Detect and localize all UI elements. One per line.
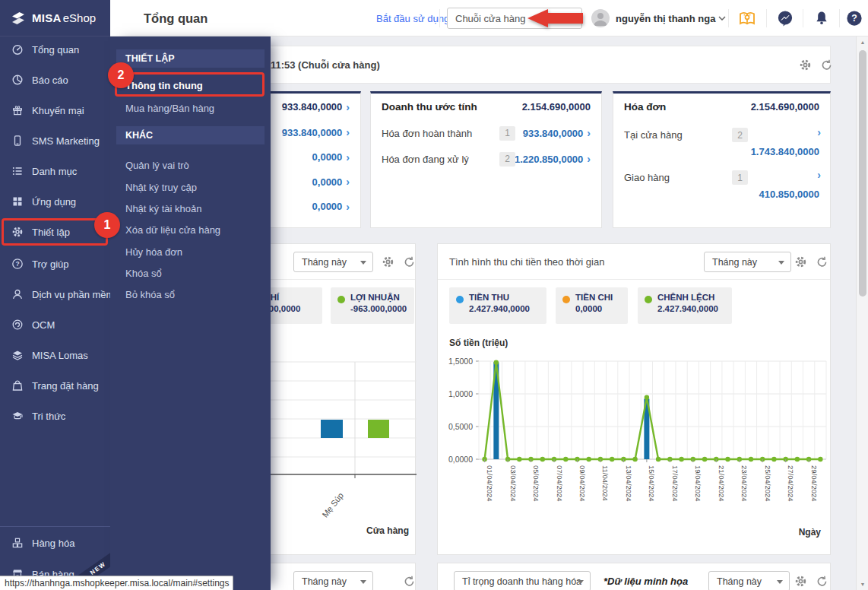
sidebar-item-label: Tổng quan <box>32 44 79 56</box>
brand-name: MISA <box>32 11 62 24</box>
bottom-right-period-dropdown[interactable]: Tháng này <box>708 571 790 590</box>
legend-chip-loi-nhuan[interactable]: LỢI NHUẬN -963.000,0000 <box>331 287 414 324</box>
card-row[interactable]: Hóa đơn đang xử lý 2 1.220.850,0000 <box>371 146 601 172</box>
panel-title: Tình hình thu chi tiền theo thời gian <box>449 252 604 272</box>
svg-text:0,0000: 0,0000 <box>448 455 473 464</box>
vertical-scrollbar[interactable] <box>856 36 868 590</box>
swirl-icon <box>11 319 24 331</box>
svg-text:01/04/2024: 01/04/2024 <box>486 465 494 502</box>
cash-flow-panel: Tình hình thu chi tiền theo thời gian Th… <box>437 243 831 555</box>
legend-chip-tien-thu[interactable]: TIỀN THU 2.427.940,0000 <box>449 287 546 324</box>
sidebar-item-hang-hoa[interactable]: Hàng hóa <box>0 528 110 558</box>
flyout-item-xoa-du-lieu-cua-hang[interactable]: Xóa dữ liệu cửa hàng <box>125 222 220 237</box>
store-panel-refresh-icon[interactable] <box>403 255 416 268</box>
page-title: Tổng quan <box>144 0 207 36</box>
list-icon <box>11 165 24 177</box>
count-badge: 1 <box>732 170 748 185</box>
settings-flyout-menu: THIẾT LẬP Thông tin chung Mua hàng/Bán h… <box>110 36 271 590</box>
flyout-item-nhat-ky-truy-cap[interactable]: Nhật ký truy cập <box>125 179 197 195</box>
flyout-item-quan-ly-vai-tro[interactable]: Quản lý vai trò <box>125 157 189 173</box>
flyout-item-nhat-ky-tai-khoan[interactable]: Nhật ký tài khoản <box>125 201 201 216</box>
sidebar-item-bao-cao[interactable]: Báo cáo <box>0 65 110 95</box>
user-menu-caret-icon[interactable] <box>718 16 726 21</box>
annotation-box-thiet-lap <box>2 218 108 246</box>
flyout-item-mua-hang-ban-hang[interactable]: Mua hàng/Bán hàng <box>125 100 214 116</box>
svg-text:1,0000: 1,0000 <box>448 389 473 398</box>
flyout-item-bo-khoa-so[interactable]: Bỏ khóa sổ <box>125 287 175 302</box>
legend-chip-tien-chi[interactable]: TIỀN CHI 0,0000 <box>556 287 628 324</box>
bell-icon <box>813 10 830 27</box>
legend-dot <box>456 296 464 303</box>
cubes-icon <box>11 537 24 549</box>
scroll-down-arrow-icon[interactable] <box>857 582 868 587</box>
cash-panel-period-dropdown[interactable]: Tháng này <box>704 252 791 272</box>
sidebar-item-ung-dung[interactable]: Ứng dụng <box>0 186 110 217</box>
help-button[interactable]: ? <box>841 0 868 36</box>
flyout-item-khoa-so[interactable]: Khóa sổ <box>125 265 162 281</box>
sidebar-item-tri-thuc[interactable]: Tri thức <box>0 401 110 431</box>
card-row[interactable]: Tại cửa hàng 2 1.743.840,0000 <box>613 120 830 163</box>
bottom-right-refresh-icon[interactable] <box>816 575 828 588</box>
store-bar-1 <box>321 420 343 438</box>
bottom-left-period-dropdown[interactable]: Tháng này <box>293 571 373 590</box>
dashboard-refresh-icon[interactable] <box>820 59 833 71</box>
svg-text:27/04/2024: 27/04/2024 <box>787 465 795 502</box>
topbar-divider <box>439 9 440 27</box>
row-value: 410.850,0000 <box>759 189 819 200</box>
sidebar-item-label: OCM <box>32 319 55 331</box>
store-bar-2 <box>368 420 389 438</box>
sidebar-item-dich-vu-phan-mem[interactable]: Dịch vụ phần mềm <box>0 279 110 309</box>
card-total: 2.154.690,0000 <box>751 101 819 113</box>
card-row[interactable]: Giao hàng 1 410.850,0000 <box>613 163 830 205</box>
chevron-right-icon <box>346 176 350 188</box>
sidebar-item-label: Trang đặt hàng <box>32 380 99 392</box>
sidebar-item-tong-quan[interactable]: Tổng quan <box>0 34 110 65</box>
legend-chip-chenh-lech[interactable]: CHÊNH LỆCH 2.427.940,0000 <box>638 287 732 324</box>
flyout-section-header: THIẾT LẬP <box>116 49 265 68</box>
svg-text:15/04/2024: 15/04/2024 <box>648 465 656 502</box>
sidebar-item-danh-muc[interactable]: Danh mục <box>0 156 110 186</box>
sidebar-item-khuyen-mai[interactable]: Khuyến mại <box>0 95 110 125</box>
sidebar-divider <box>0 526 110 527</box>
browser-status-url: https://thanhnga.mshopkeeper.misa.local/… <box>0 576 233 590</box>
notifications-button[interactable] <box>804 0 839 36</box>
topbar-divider <box>728 9 729 27</box>
cash-panel-refresh-icon[interactable] <box>816 255 828 268</box>
flyout-section-header: KHÁC <box>116 126 265 144</box>
svg-text:07/04/2024: 07/04/2024 <box>556 465 564 502</box>
flyout-item-huy-hoa-don[interactable]: Hủy hóa đơn <box>125 244 182 259</box>
bottom-right-gear-icon[interactable] <box>794 575 807 588</box>
avatar[interactable] <box>591 9 610 27</box>
legend-dot <box>562 296 570 303</box>
sidebar-item-misa-lomas[interactable]: MISA Lomas <box>0 340 110 370</box>
messenger-button[interactable] <box>768 0 803 36</box>
cash-panel-gear-icon[interactable] <box>794 255 807 268</box>
scrollbar-thumb[interactable] <box>859 50 866 297</box>
help-icon <box>11 258 24 270</box>
chevron-right-icon <box>817 126 821 138</box>
user-name[interactable]: nguyễn thị thanh nga <box>616 0 715 36</box>
row-value: 1.743.840,0000 <box>751 146 819 157</box>
cash-y-axis-title: Số tiền (triệu) <box>449 338 508 348</box>
metric-selector-dropdown[interactable]: Tỉ trọng doanh thu hàng hóa <box>454 571 591 590</box>
misa-logo-icon <box>9 9 27 27</box>
bottom-left-refresh-icon[interactable] <box>403 575 416 588</box>
scroll-up-arrow-icon[interactable] <box>857 40 868 45</box>
sidebar-item-ocm[interactable]: OCM <box>0 309 110 340</box>
chevron-right-icon <box>346 151 350 163</box>
avatar-person-icon <box>591 9 610 27</box>
whats-new-guide-button[interactable] <box>730 0 765 36</box>
card-row[interactable]: Hóa đơn hoàn thành 1 933.840,0000 <box>371 120 601 146</box>
sidebar: MISAeShop Tổng quan Báo cáo Khuyến mại S… <box>0 0 110 590</box>
card-title: Hóa đơn <box>624 101 666 113</box>
sidebar-item-trang-dat-hang[interactable]: Trang đặt hàng <box>0 370 110 401</box>
store-panel-gear-icon[interactable] <box>382 255 394 268</box>
dashboard-settings-gear-icon[interactable] <box>799 59 812 71</box>
store-panel-period-dropdown[interactable]: Tháng này <box>293 252 373 272</box>
annotation-arrow <box>527 9 584 27</box>
sidebar-item-sms-marketing[interactable]: SMS Marketing <box>0 125 110 156</box>
sidebar-item-tro-giup[interactable]: Trợ giúp <box>0 249 110 279</box>
topbar-divider <box>839 9 840 27</box>
misa-eshop-logo[interactable]: MISAeShop <box>0 0 110 36</box>
start-using-link[interactable]: Bắt đầu sử dụng <box>376 0 449 36</box>
